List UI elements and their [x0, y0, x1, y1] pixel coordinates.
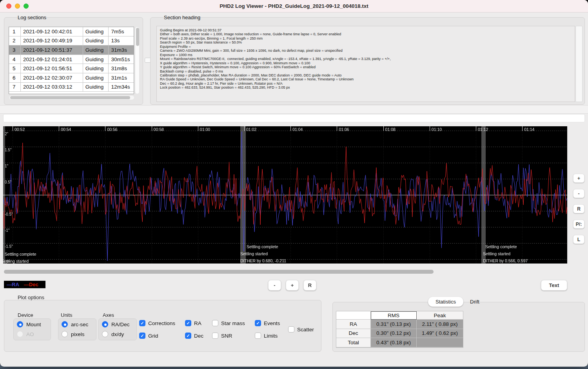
log-section-cell: Guiding [83, 45, 109, 55]
stats-value: 0.31" (0.13 px) [371, 320, 417, 329]
log-section-cell: 2021-09-12 02:30:07 [21, 73, 83, 83]
log-section-row[interactable]: 62021-09-12 02:30:07Guiding31m1s [9, 73, 134, 83]
hzoom-reset-button[interactable]: R [303, 280, 316, 291]
radio-label: dx/dy [111, 331, 124, 337]
checkbox-box[interactable] [212, 333, 218, 339]
x-tick-label: 01:12 [478, 127, 488, 132]
event-annotation: Settling complete [485, 244, 517, 249]
log-section-row[interactable]: 12021-09-12 00:42:01Guiding7m5s [9, 27, 134, 36]
legend-dec: —Dec [24, 282, 38, 287]
checkbox-corrections[interactable]: ✓Corrections [139, 320, 175, 326]
log-section-row[interactable]: 72021-09-12 03:03:12Guiding12m34s [9, 83, 134, 92]
radio-option-ao[interactable]: AO [17, 331, 34, 337]
checkbox-label: Dec [194, 333, 203, 339]
checkbox-label: Grid [148, 333, 158, 339]
checkbox-label: Limits [264, 333, 278, 339]
log-table-vscrollbar[interactable] [135, 27, 140, 94]
guide-chart[interactable]: 00:5200:5400:5600:5801:0001:0201:0401:06… [3, 126, 567, 264]
log-section-row[interactable]: 32021-09-12 00:51:37Guiding31m3s [9, 45, 134, 55]
x-tick-label: 00:58 [154, 127, 164, 132]
stats-value [417, 338, 463, 347]
log-sections-table[interactable]: 12021-09-12 00:42:01Guiding7m5s22021-09-… [9, 27, 134, 94]
log-section-cell: 2021-09-12 01:56:51 [21, 64, 83, 73]
log-table-vscroll-thumb[interactable] [136, 28, 139, 46]
horizontal-splitter[interactable] [0, 105, 588, 114]
stats-row: Dec0.30" (0.12 px)1.49" ( 0.62 px) [336, 329, 463, 338]
log-section-cell: 5 [9, 64, 21, 73]
radio-button[interactable] [102, 321, 108, 327]
checkbox-box[interactable]: ✓ [139, 320, 145, 326]
hzoom-out-button[interactable]: - [268, 280, 281, 291]
log-section-row[interactable]: 42021-09-12 01:24:01Guiding30m51s [9, 55, 134, 64]
section-heading-line: X guide algorithm = Hysteresis, Hysteres… [160, 61, 572, 65]
checkbox-box[interactable] [288, 326, 294, 333]
radio-label: Mount [26, 322, 41, 327]
radio-option-arc-sec[interactable]: arc-sec [62, 321, 88, 327]
stats-value: 0.30" (0.12 px) [371, 329, 417, 338]
time-range-bar[interactable] [3, 114, 585, 122]
radio-option-ra-dec[interactable]: RA/Dec [102, 321, 130, 327]
radio-option-mount[interactable]: Mount [17, 321, 41, 327]
checkbox-ra[interactable]: ✓RA [185, 320, 201, 326]
stats-corner-cell [336, 311, 371, 320]
section-heading-text[interactable]: Guiding Begins at 2021-09-12 00:51:37Dit… [156, 26, 575, 102]
pixels-arcsec-toggle-button[interactable]: P/: [573, 220, 584, 229]
log-table-hscroll-thumb[interactable] [10, 96, 130, 99]
radio-button[interactable] [17, 331, 23, 337]
radio-group-label: Units [61, 312, 73, 318]
lock-button[interactable]: L [573, 235, 584, 244]
y-tick-label: 1.5" [5, 148, 11, 152]
tab-drift[interactable]: Drift [463, 297, 486, 307]
stats-header-rms[interactable]: RMS [371, 311, 417, 320]
log-table-hscrollbar[interactable] [9, 96, 134, 100]
checkbox-limits[interactable]: Limits [255, 333, 278, 339]
checkbox-box[interactable]: ✓ [139, 333, 145, 339]
checkbox-box[interactable] [255, 333, 261, 339]
zoom-in-button[interactable]: + [573, 174, 584, 183]
x-tick-label: 01:02 [246, 127, 256, 132]
log-section-row[interactable]: 22021-09-12 00:49:19Guiding13s [9, 36, 134, 46]
radio-button[interactable] [62, 321, 68, 327]
checkbox-scatter[interactable]: Scatter [288, 326, 314, 333]
checkbox-box[interactable]: ✓ [185, 320, 191, 326]
checkbox-grid[interactable]: ✓Grid [139, 333, 158, 339]
guide-chart-canvas[interactable] [3, 126, 567, 264]
log-section-row[interactable]: 52021-09-12 01:56:51Guiding31m8s [9, 64, 134, 73]
x-tick-label: 01:04 [292, 127, 303, 132]
section-heading-line: Camera = ZWO ASI290MM Mini, gain = 300, … [160, 49, 572, 53]
checkbox-events[interactable]: ✓Events [255, 320, 280, 326]
checkbox-dec[interactable]: ✓Dec [185, 333, 203, 339]
x-tick-label: 00:54 [61, 127, 71, 132]
radio-option-pixels[interactable]: pixels [62, 331, 85, 337]
radio-option-dx-dy[interactable]: dx/dy [102, 331, 124, 337]
section-heading-line: Calibration step = phdlab_placeholder, M… [160, 73, 572, 77]
stats-row-label: RA [336, 320, 371, 329]
event-annotation: DITHER by 0.566, 0.597 [483, 258, 528, 263]
log-section-cell: 2021-09-12 00:42:01 [21, 27, 83, 36]
radio-button[interactable] [17, 321, 23, 327]
chart-hscrollbar[interactable] [3, 269, 585, 274]
checkbox-snr[interactable]: SNR [212, 333, 232, 339]
radio-button[interactable] [62, 331, 68, 337]
checkbox-box[interactable]: ✓ [185, 333, 191, 339]
section-heading-scrollbar[interactable] [575, 26, 583, 102]
text-view-button[interactable]: Text [541, 280, 567, 291]
hzoom-in-button[interactable]: + [286, 280, 299, 291]
radio-label: pixels [71, 331, 85, 337]
section-heading-line: Guiding Begins at 2021-09-12 00:51:37 [160, 28, 572, 32]
event-annotation: DITHER by 0.680, -0.211 [240, 258, 286, 263]
checkbox-star-mass[interactable]: Star mass [212, 320, 245, 326]
radio-label: AO [26, 331, 34, 337]
checkbox-box[interactable] [212, 320, 218, 326]
tab-statistics[interactable]: Statistics [428, 297, 463, 307]
log-section-cell: 2021-09-12 00:49:19 [21, 36, 83, 46]
chart-hscroll-thumb[interactable] [4, 270, 434, 274]
reset-zoom-button[interactable]: R [573, 204, 584, 213]
x-tick-label: 01:00 [200, 127, 210, 132]
checkbox-box[interactable]: ✓ [255, 320, 261, 326]
stats-header-peak[interactable]: Peak [417, 311, 463, 320]
zoom-out-button[interactable]: - [573, 189, 584, 198]
event-annotation: Settling complete [247, 244, 278, 249]
radio-button[interactable] [102, 331, 108, 337]
log-section-cell: Guiding [83, 83, 109, 92]
